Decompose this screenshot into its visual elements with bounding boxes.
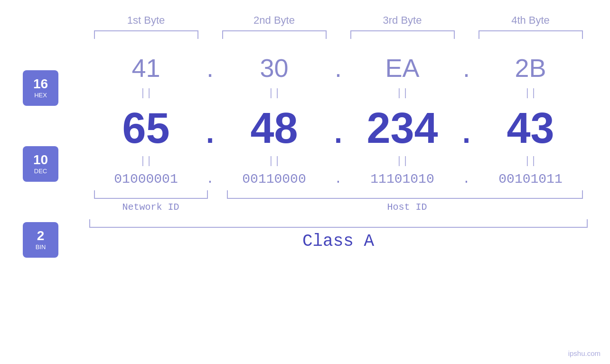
eq1-b3: || [346,87,460,99]
dec-byte1: 65 [89,104,203,153]
dec-badge: 10 DEC [23,146,58,182]
hex-byte2: 30 [217,53,331,83]
bin-row: 01000001 . 00110000 . 11101010 . 0010101… [89,172,588,187]
hex-byte1: 41 [89,53,203,83]
eq1-b4: || [474,87,588,99]
byte1-header: 1st Byte [89,14,203,27]
hex-byte3: EA [346,53,460,83]
bin-byte2: 00110000 [217,172,331,187]
bracket-top-3 [350,30,455,39]
byte2-header: 2nd Byte [217,14,331,27]
dec-byte4: 43 [474,104,588,153]
hex-row: 41 . 30 . EA . 2B [89,53,588,83]
equals-row-1: || || || || [89,87,588,99]
bin-badge-label: BIN [36,243,46,251]
eq1-b2: || [217,87,331,99]
eq2-b4: || [474,155,588,167]
byte-headers-row: 1st Byte 2nd Byte 3rd Byte 4th Byte [89,14,588,27]
hex-dot2: . [331,53,346,83]
dec-badge-label: DEC [34,168,47,175]
host-id-label: Host ID [227,202,588,213]
eq2-b1: || [89,155,203,167]
dec-badge-num: 10 [33,153,48,167]
bin-dot1: . [203,172,217,187]
hex-dot3: . [460,53,474,83]
equals-row-2: || || || || [89,155,588,167]
watermark: ipshu.com [568,349,601,357]
hex-badge-label: HEX [34,92,47,99]
bin-byte1: 01000001 [89,172,203,187]
class-label-row: Class A [89,232,588,251]
full-bracket-row [89,219,588,228]
network-id-label: Network ID [89,202,213,213]
byte3-header: 3rd Byte [346,14,460,27]
byte4-header: 4th Byte [474,14,588,27]
hex-byte4: 2B [474,53,588,83]
bracket-top-2 [222,30,327,39]
bin-dot2: . [331,172,346,187]
dec-byte2: 48 [217,104,331,153]
bin-byte3: 11101010 [346,172,460,187]
main-container: 1st Byte 2nd Byte 3rd Byte 4th Byte 16 H… [0,0,610,364]
dec-dot2: . [331,104,346,153]
eq1-b1: || [89,87,203,99]
class-label: Class A [302,232,374,251]
network-host-labels: Network ID Host ID [89,202,588,213]
bracket-host-id [227,190,583,199]
bin-byte4: 00101011 [474,172,588,187]
eq2-b3: || [346,155,460,167]
hex-dot1: . [203,53,217,83]
dec-byte3: 234 [346,104,460,153]
hex-badge-num: 16 [33,77,48,91]
bracket-network-id [94,190,208,199]
bin-badge: 2 BIN [23,222,58,258]
class-bracket [89,219,588,228]
top-brackets [89,30,588,39]
bin-dot3: . [460,172,474,187]
dec-row: 65 . 48 . 234 . 43 [89,104,588,153]
bin-badge-num: 2 [37,229,45,243]
bracket-top-1 [94,30,198,39]
dec-dot1: . [203,104,217,153]
dec-dot3: . [460,104,474,153]
eq2-b2: || [217,155,331,167]
bottom-brackets-row [89,190,588,199]
bracket-top-4 [479,30,583,39]
hex-badge: 16 HEX [23,70,58,106]
